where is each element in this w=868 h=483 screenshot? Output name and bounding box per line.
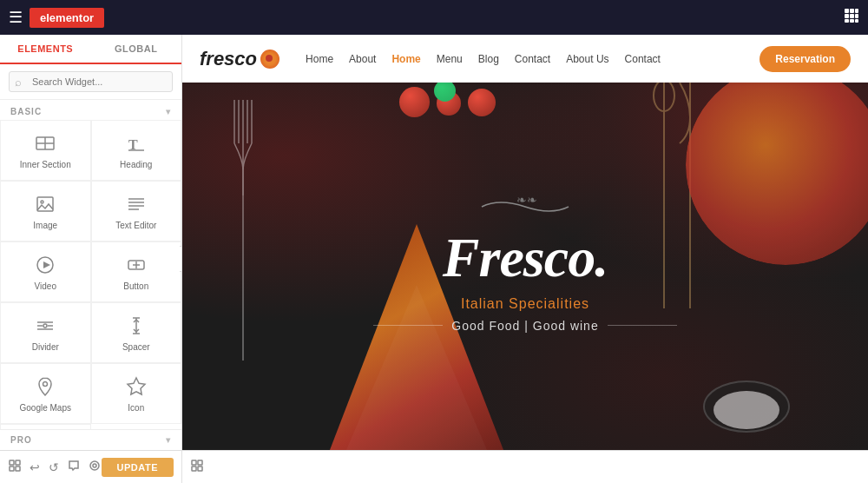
svg-rect-2 xyxy=(855,9,858,13)
widget-text-editor-label: Text Editor xyxy=(115,221,156,230)
svg-rect-40 xyxy=(16,460,20,465)
top-bar-left: ☰ elementor xyxy=(9,8,104,28)
hero-section: ❧ ❧ Fresco. Italian Specialities Good Fo… xyxy=(182,83,868,450)
widget-inner-section[interactable]: Inner Section xyxy=(0,120,91,181)
widget-heading[interactable]: T Heading xyxy=(91,120,182,181)
widget-spacer-label: Spacer xyxy=(122,342,150,352)
tab-global[interactable]: GLOBAL xyxy=(91,35,182,63)
widget-text-editor[interactable]: Text Editor xyxy=(91,181,182,242)
inner-section-icon xyxy=(33,131,57,155)
update-button[interactable]: UPDATE xyxy=(102,458,174,477)
hero-divider-line-right xyxy=(608,325,677,326)
chevron-down-icon: ▾ xyxy=(166,107,171,116)
widget-divider[interactable]: Divider xyxy=(0,302,91,363)
svg-rect-7 xyxy=(850,19,854,23)
svg-rect-39 xyxy=(10,460,14,465)
sidebar-search-area xyxy=(0,64,181,100)
widget-video-label: Video xyxy=(35,281,56,291)
hero-subtitle: Italian Specialities xyxy=(352,296,699,312)
widget-inner-section-label: Inner Section xyxy=(20,160,71,169)
svg-rect-0 xyxy=(845,9,849,13)
tab-elements[interactable]: ELEMENTS xyxy=(0,35,91,64)
nav-link-menu[interactable]: Menu xyxy=(437,53,463,65)
site-nav-links: Home About Home Menu Blog Contact About … xyxy=(306,53,760,65)
heading-icon: T xyxy=(124,131,148,155)
undo-icon[interactable]: ↩ xyxy=(30,460,40,474)
svg-rect-8 xyxy=(855,19,858,23)
image-icon xyxy=(33,192,57,216)
svg-marker-34 xyxy=(128,378,145,394)
widget-button-label: Button xyxy=(123,281,148,291)
tomato-1 xyxy=(399,87,430,117)
svg-rect-41 xyxy=(10,466,14,471)
section-basic-label: BASIC ▾ xyxy=(0,100,181,120)
search-input[interactable] xyxy=(9,71,173,92)
svg-rect-3 xyxy=(845,14,849,18)
hero-ornament: ❧ ❧ xyxy=(352,194,699,223)
sidebar-content: ELEMENTS GLOBAL BASIC ▾ xyxy=(0,35,181,450)
canvas: fresco Home About Home Menu Blog Contact… xyxy=(182,35,868,483)
svg-point-44 xyxy=(93,464,96,467)
widgets-grid: Inner Section T Heading xyxy=(0,120,181,429)
grid-view-icon[interactable] xyxy=(9,460,21,474)
widget-icon[interactable]: Icon xyxy=(91,363,182,424)
hero-text: ❧ ❧ Fresco. Italian Specialities Good Fo… xyxy=(352,194,699,340)
comment-icon[interactable] xyxy=(68,460,80,474)
widget-spacer[interactable]: Spacer xyxy=(91,302,182,363)
text-editor-icon xyxy=(124,192,148,216)
hamburger-icon[interactable]: ☰ xyxy=(9,8,23,27)
pro-section: PRO ▾ xyxy=(0,429,181,450)
hero-divider: Good Food | Good wine xyxy=(352,319,699,333)
canvas-grid-icon[interactable] xyxy=(191,460,203,474)
logo-text: fresco xyxy=(200,48,257,70)
widget-video[interactable]: Video xyxy=(0,242,91,302)
site-navbar: fresco Home About Home Menu Blog Contact… xyxy=(182,35,868,83)
widget-google-maps-label: Google Maps xyxy=(20,403,71,413)
apps-grid-icon[interactable] xyxy=(844,8,859,28)
svg-rect-57 xyxy=(198,460,202,465)
widget-divider-label: Divider xyxy=(32,342,59,352)
google-maps-icon xyxy=(33,374,57,399)
svg-text:❧: ❧ xyxy=(516,194,527,207)
svg-rect-58 xyxy=(192,466,196,471)
widget-icon-label: Icon xyxy=(128,403,144,413)
svg-rect-56 xyxy=(192,460,196,465)
fork-icon xyxy=(226,91,269,373)
svg-point-15 xyxy=(41,201,43,203)
hero-tagline: Good Food | Good wine xyxy=(451,319,598,333)
svg-point-26 xyxy=(43,324,47,328)
pro-label: PRO xyxy=(10,435,32,445)
widget-heading-label: Heading xyxy=(120,160,152,169)
nav-link-contact-1[interactable]: Contact xyxy=(515,53,550,65)
video-icon xyxy=(33,253,57,277)
svg-rect-1 xyxy=(850,9,854,13)
svg-point-33 xyxy=(43,382,48,387)
main-layout: ELEMENTS GLOBAL BASIC ▾ xyxy=(0,35,868,483)
widget-button[interactable]: Button xyxy=(91,242,182,302)
nav-link-home-1[interactable]: Home xyxy=(306,53,333,65)
nav-link-home-2[interactable]: Home xyxy=(391,53,420,65)
widget-google-maps[interactable]: Google Maps xyxy=(0,363,91,424)
tomato-3 xyxy=(468,89,496,116)
svg-point-43 xyxy=(90,461,99,470)
sidebar-tabs: ELEMENTS GLOBAL xyxy=(0,35,181,64)
preview-icon[interactable] xyxy=(89,460,101,474)
svg-marker-21 xyxy=(43,261,50,268)
widget-image[interactable]: Image xyxy=(0,181,91,242)
nav-link-about[interactable]: About xyxy=(349,53,376,65)
hero-title: Fresco. xyxy=(352,230,699,286)
divider-icon xyxy=(33,314,57,338)
bowl-decoration xyxy=(694,363,799,433)
pro-chevron-icon: ▾ xyxy=(166,435,171,445)
nav-link-about-us[interactable]: About Us xyxy=(566,53,608,65)
redo-icon[interactable]: ↺ xyxy=(49,460,59,474)
svg-rect-6 xyxy=(845,19,849,23)
reservation-button[interactable]: Reservation xyxy=(760,46,851,72)
svg-text:❧: ❧ xyxy=(527,194,537,207)
button-icon xyxy=(124,253,148,277)
nav-link-contact-2[interactable]: Contact xyxy=(625,53,661,65)
bottom-bar-icons: ↩ ↺ xyxy=(9,460,101,474)
nav-link-blog[interactable]: Blog xyxy=(478,53,499,65)
svg-rect-42 xyxy=(16,466,20,471)
canvas-bottom-bar xyxy=(182,450,868,483)
